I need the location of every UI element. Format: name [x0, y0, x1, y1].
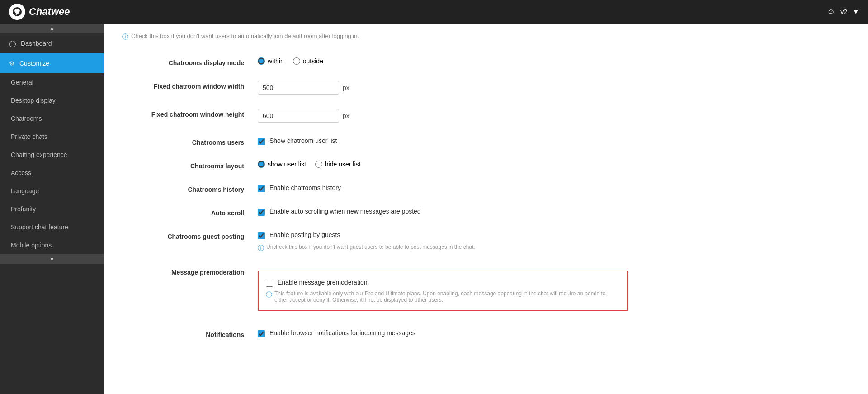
layout-show-radio[interactable] — [258, 161, 265, 168]
guest-posting-row: Chatrooms guest posting Enable posting b… — [122, 224, 628, 260]
logo-text: Chatwee — [29, 6, 70, 18]
window-width-row: Fixed chatroom window width px — [122, 74, 628, 102]
show-user-list-checkbox-row: Show chatroom user list — [258, 137, 628, 145]
guest-posting-note: ⓘ Uncheck this box if you don't want gue… — [258, 244, 628, 252]
display-mode-outside-radio[interactable] — [293, 57, 300, 65]
chatrooms-layout-row: Chatrooms layout show user list hide use… — [122, 153, 628, 177]
window-height-row: Fixed chatroom window height px — [122, 102, 628, 130]
customize-label: Customize — [19, 60, 49, 67]
history-label: Enable chatrooms history — [269, 184, 341, 191]
content-inner: ⓘ Check this box if you don't want users… — [104, 24, 646, 364]
guest-posting-control: Enable posting by guests ⓘ Uncheck this … — [258, 231, 628, 252]
window-width-control: px — [258, 81, 628, 95]
auto-scroll-checkbox-label: Enable auto scrolling when new messages … — [269, 208, 421, 215]
window-height-input[interactable] — [258, 109, 339, 123]
sidebar-item-chatting-experience[interactable]: Chatting experience — [0, 146, 104, 164]
notifications-row: Notifications Enable browser notificatio… — [122, 322, 628, 346]
sidebar-item-general[interactable]: General — [0, 73, 104, 91]
notifications-control: Enable browser notifications for incomin… — [258, 329, 628, 337]
sidebar-item-chatrooms[interactable]: Chatrooms — [0, 109, 104, 128]
window-width-label: Fixed chatroom window width — [122, 81, 258, 90]
show-user-list-label: Show chatroom user list — [269, 137, 337, 144]
chatrooms-layout-control: show user list hide user list — [258, 161, 628, 168]
info-icon: ⓘ — [122, 33, 128, 41]
auto-scroll-control: Enable auto scrolling when new messages … — [258, 208, 628, 216]
content-area: ⓘ Check this box if you don't want users… — [104, 24, 868, 394]
sidebar-item-language[interactable]: Language — [0, 182, 104, 200]
premod-note-icon: ⓘ — [266, 291, 272, 299]
logo-icon — [9, 4, 25, 20]
topbar: Chatwee ☺ v2 ▼ — [0, 0, 868, 24]
sidebar-scroll-down[interactable]: ▼ — [0, 254, 104, 264]
premoderation-box: Enable message premoderation ⓘ This feat… — [258, 271, 628, 311]
auto-scroll-label: Auto scroll — [122, 208, 258, 217]
chatrooms-history-control: Enable chatrooms history — [258, 184, 628, 192]
chatrooms-layout-label: Chatrooms layout — [122, 161, 258, 170]
display-mode-within-option[interactable]: within — [258, 57, 284, 65]
user-icon[interactable]: ☺ — [827, 7, 835, 17]
guest-note-icon: ⓘ — [258, 244, 264, 252]
premoderation-control: Enable message premoderation ⓘ This feat… — [258, 267, 628, 315]
notifications-checkbox-row: Enable browser notifications for incomin… — [258, 329, 628, 337]
premod-checkbox[interactable] — [266, 280, 273, 287]
sidebar-item-access[interactable]: Access — [0, 164, 104, 182]
premoderation-row: Message premoderation Enable message pre… — [122, 260, 628, 322]
sidebar-item-mobile-options[interactable]: Mobile options — [0, 236, 104, 254]
sidebar-item-private-chats[interactable]: Private chats — [0, 128, 104, 146]
chatrooms-users-row: Chatrooms users Show chatroom user list — [122, 130, 628, 153]
display-mode-outside-option[interactable]: outside — [293, 57, 323, 65]
main-layout: ▲ ◯ Dashboard ⚙ Customize General Deskto… — [0, 24, 868, 394]
notifications-label: Notifications — [122, 329, 258, 338]
top-info-note: ⓘ Check this box if you don't want users… — [122, 28, 628, 50]
window-height-control: px — [258, 109, 628, 123]
chatrooms-users-control: Show chatroom user list — [258, 137, 628, 145]
window-height-label: Fixed chatroom window height — [122, 109, 258, 118]
window-width-input[interactable] — [258, 81, 339, 95]
width-unit: px — [343, 84, 349, 91]
history-checkbox-row: Enable chatrooms history — [258, 184, 628, 192]
premod-checkbox-label: Enable message premoderation — [278, 279, 367, 286]
chatrooms-users-label: Chatrooms users — [122, 137, 258, 146]
sidebar-item-desktop-display[interactable]: Desktop display — [0, 91, 104, 109]
sidebar-item-customize[interactable]: ⚙ Customize — [0, 53, 104, 73]
sidebar-item-support-chat-feature[interactable]: Support chat feature — [0, 218, 104, 236]
chatrooms-history-label: Chatrooms history — [122, 184, 258, 193]
auto-scroll-checkbox[interactable] — [258, 209, 265, 216]
auto-scroll-checkbox-row: Enable auto scrolling when new messages … — [258, 208, 628, 216]
chatrooms-history-row: Chatrooms history Enable chatrooms histo… — [122, 177, 628, 200]
show-user-list-checkbox[interactable] — [258, 138, 265, 145]
logo: Chatwee — [9, 4, 70, 20]
chatrooms-display-mode-label: Chatrooms display mode — [122, 57, 258, 66]
sidebar-item-dashboard[interactable]: ◯ Dashboard — [0, 33, 104, 53]
width-input-group: px — [258, 81, 628, 95]
premod-checkbox-row: Enable message premoderation — [266, 279, 620, 287]
sidebar: ▲ ◯ Dashboard ⚙ Customize General Deskto… — [0, 24, 104, 394]
chatrooms-display-mode-control: within outside — [258, 57, 628, 65]
topbar-right: ☺ v2 ▼ — [827, 7, 859, 17]
gear-icon: ⚙ — [9, 60, 15, 67]
auto-scroll-row: Auto scroll Enable auto scrolling when n… — [122, 200, 628, 224]
sidebar-scroll-up[interactable]: ▲ — [0, 24, 104, 33]
guest-posting-checkbox[interactable] — [258, 232, 265, 239]
premoderation-label: Message premoderation — [122, 267, 258, 276]
dropdown-icon[interactable]: ▼ — [853, 8, 859, 15]
guest-posting-checkbox-row: Enable posting by guests — [258, 231, 628, 239]
layout-hide-radio[interactable] — [315, 161, 322, 168]
dashboard-label: Dashboard — [21, 40, 52, 47]
layout-show-option[interactable]: show user list — [258, 161, 306, 168]
premod-note: ⓘ This feature is available only with ou… — [266, 290, 620, 303]
dashboard-icon: ◯ — [9, 40, 16, 47]
guest-posting-label: Chatrooms guest posting — [122, 231, 258, 240]
layout-radio-group: show user list hide user list — [258, 161, 628, 168]
sidebar-item-profanity[interactable]: Profanity — [0, 200, 104, 218]
layout-hide-option[interactable]: hide user list — [315, 161, 361, 168]
display-mode-radio-group: within outside — [258, 57, 628, 65]
version-label: v2 — [840, 8, 847, 15]
history-checkbox[interactable] — [258, 185, 265, 192]
height-unit: px — [343, 112, 349, 119]
height-input-group: px — [258, 109, 628, 123]
guest-posting-checkbox-label: Enable posting by guests — [269, 231, 340, 238]
notifications-checkbox[interactable] — [258, 330, 265, 337]
notifications-checkbox-label: Enable browser notifications for incomin… — [269, 329, 415, 337]
display-mode-within-radio[interactable] — [258, 57, 265, 65]
